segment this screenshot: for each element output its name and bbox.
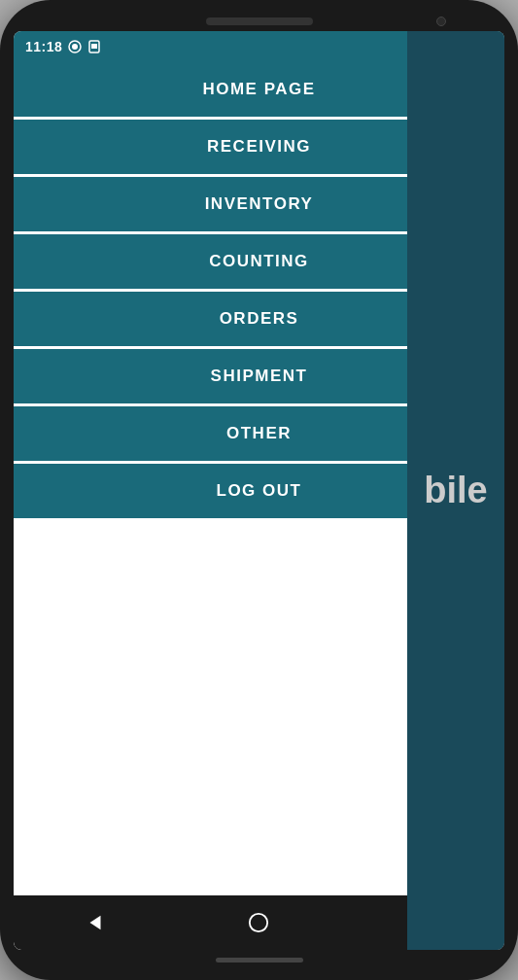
svg-rect-3: [91, 44, 97, 49]
status-time: 11:18: [25, 39, 62, 54]
nav-back-button[interactable]: [78, 905, 113, 940]
sim-icon: [87, 40, 101, 53]
right-panel: bile: [407, 62, 504, 895]
home-indicator: [216, 958, 303, 962]
phone-top: [14, 18, 504, 25]
phone-camera: [436, 17, 446, 26]
phone-bottom: [14, 950, 504, 966]
background-partial-text: bile: [424, 470, 487, 511]
phone-screen: 11:18: [14, 31, 504, 950]
phone-speaker: [206, 18, 313, 25]
svg-point-6: [250, 914, 267, 931]
phone-frame: 11:18: [0, 0, 518, 980]
svg-marker-5: [90, 916, 101, 930]
svg-point-1: [72, 44, 78, 50]
status-left: 11:18: [25, 39, 101, 54]
nav-home-button[interactable]: [241, 905, 276, 940]
record-icon: [68, 40, 82, 53]
